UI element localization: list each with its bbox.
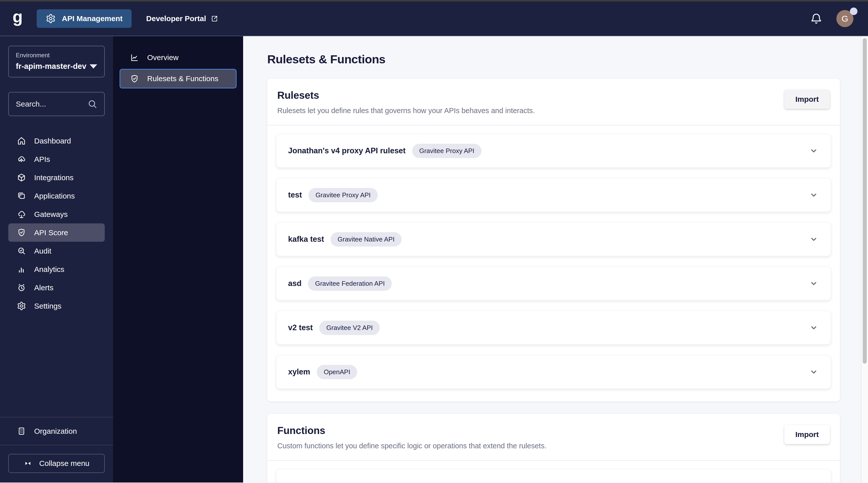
chevron-down-icon[interactable]	[808, 367, 819, 377]
ruleset-row[interactable]: test Gravitee Proxy API	[276, 178, 831, 212]
sidebar-item-label: Settings	[34, 302, 61, 310]
sidebar-item-label: API Score	[34, 229, 68, 237]
search-icon	[87, 99, 98, 109]
environment-selector[interactable]: Environment fr-apim-master-dev	[8, 46, 105, 78]
notifications-bell-icon[interactable]	[810, 12, 822, 25]
sidebar-item-label: APIs	[34, 155, 50, 163]
presence-dot	[850, 7, 858, 15]
sidebar-divider	[0, 445, 113, 445]
page-title: Rulesets & Functions	[267, 52, 840, 66]
ruleset-name: v2 test	[288, 323, 313, 332]
sidebar-item-dashboard[interactable]: Dashboard	[8, 132, 105, 150]
ruleset-type-badge: Gravitee Proxy API	[412, 144, 482, 158]
function-name: planOtherThanKeyless.js	[288, 482, 381, 483]
functions-card-header: Functions Custom functions let you defin…	[267, 414, 840, 461]
environment-value: fr-apim-master-dev	[16, 62, 86, 71]
chevron-down-icon[interactable]	[808, 146, 819, 156]
app-switcher-label: API Management	[62, 14, 123, 23]
ruleset-name: asd	[288, 279, 301, 288]
ruleset-name: kafka test	[288, 235, 324, 244]
chevron-down-icon[interactable]	[808, 278, 819, 289]
collapse-menu-label: Collapse menu	[39, 459, 89, 468]
ruleset-type-badge: Gravitee Federation API	[308, 276, 392, 291]
search-input[interactable]	[15, 99, 83, 109]
gravitee-logo[interactable]: g	[12, 8, 23, 25]
alarm-icon	[17, 283, 26, 292]
gear-icon	[46, 13, 56, 24]
cloud-gear-icon	[17, 155, 26, 164]
ruleset-name: xylem	[288, 367, 310, 376]
primary-sidebar: Environment fr-apim-master-dev Dashboard…	[0, 36, 113, 483]
topbar-right: G	[810, 10, 858, 27]
subnav-item-overview[interactable]: Overview	[120, 48, 237, 67]
sidebar-item-label: Audit	[34, 247, 51, 255]
sidebar-item-label: Applications	[34, 192, 75, 200]
ruleset-row[interactable]: v2 test Gravitee V2 API	[276, 311, 831, 344]
bar-chart-icon	[17, 265, 26, 274]
functions-import-button[interactable]: Import	[784, 425, 830, 444]
avatar-initial: G	[842, 14, 848, 24]
chevron-down-icon[interactable]	[808, 190, 819, 200]
sidebar-item-label: Gateways	[34, 210, 68, 219]
caret-down-icon	[90, 64, 97, 69]
sidebar-item-organization[interactable]: Organization	[0, 417, 113, 445]
rulesets-import-button[interactable]: Import	[784, 90, 830, 109]
secondary-sidebar: Overview Rulesets & Functions	[113, 36, 243, 483]
sidebar-item-label: Dashboard	[34, 137, 71, 145]
sidebar-item-audit[interactable]: Audit	[8, 242, 105, 260]
main-content: Rulesets & Functions Rulesets Rulesets l…	[243, 36, 861, 483]
ruleset-row[interactable]: asd Gravitee Federation API	[276, 267, 831, 300]
sidebar-item-applications[interactable]: Applications	[8, 187, 105, 205]
collapse-menu-button[interactable]: Collapse menu	[8, 454, 105, 473]
user-avatar[interactable]: G	[836, 10, 854, 27]
sidebar-item-apis[interactable]: APIs	[8, 150, 105, 169]
sidebar-item-analytics[interactable]: Analytics	[8, 260, 105, 278]
subnav-item-rulesets-functions[interactable]: Rulesets & Functions	[120, 69, 237, 88]
chevron-down-icon[interactable]	[808, 234, 819, 244]
ruleset-type-badge: Gravitee Proxy API	[308, 188, 378, 202]
cube-icon	[17, 173, 26, 182]
functions-card: Functions Custom functions let you defin…	[267, 414, 840, 483]
sidebar-item-label: Integrations	[34, 173, 73, 182]
functions-title: Functions	[277, 425, 547, 436]
rulesets-card-header: Rulesets Rulesets let you define rules t…	[267, 79, 840, 125]
developer-portal-label: Developer Portal	[146, 14, 206, 23]
ruleset-row[interactable]: kafka test Gravitee Native API	[276, 222, 831, 256]
sidebar-item-integrations[interactable]: Integrations	[8, 169, 105, 187]
applications-icon	[17, 191, 26, 201]
shield-check-icon	[130, 74, 139, 84]
functions-description: Custom functions let you define specific…	[277, 442, 547, 450]
rulesets-card: Rulesets Rulesets let you define rules t…	[267, 79, 840, 401]
shield-check-icon	[17, 228, 26, 237]
environment-label: Environment	[16, 52, 97, 59]
ruleset-type-badge: OpenAPI	[317, 365, 358, 379]
organization-icon	[17, 426, 26, 436]
sidebar-item-gateways[interactable]: Gateways	[8, 205, 105, 223]
subnav-item-label: Rulesets & Functions	[147, 74, 218, 83]
rulesets-title: Rulesets	[277, 90, 535, 101]
line-chart-icon	[130, 53, 139, 62]
sidebar-item-settings[interactable]: Settings	[8, 297, 105, 315]
sidebar-item-api-score[interactable]: API Score	[8, 223, 105, 242]
function-row[interactable]: planOtherThanKeyless.js	[276, 469, 831, 483]
external-link-icon	[211, 14, 218, 23]
cloud-node-icon	[17, 210, 26, 219]
chevron-down-icon[interactable]	[808, 323, 819, 333]
subnav-item-label: Overview	[147, 53, 179, 62]
ruleset-type-badge: Gravitee V2 API	[319, 321, 380, 335]
search-check-icon	[17, 246, 26, 255]
topbar: g API Management Developer Portal G	[0, 1, 868, 36]
collapse-icon	[24, 459, 32, 468]
home-icon	[17, 136, 26, 146]
sidebar-search	[8, 92, 105, 116]
scrollbar-track[interactable]	[861, 36, 868, 483]
chevron-down-icon[interactable]	[808, 481, 819, 483]
developer-portal-link[interactable]: Developer Portal	[146, 14, 218, 23]
scrollbar-thumb[interactable]	[863, 38, 867, 364]
ruleset-name: test	[288, 190, 302, 200]
sidebar-item-label: Alerts	[34, 283, 54, 292]
app-switcher-button[interactable]: API Management	[37, 9, 132, 28]
ruleset-row[interactable]: Jonathan's v4 proxy API ruleset Gravitee…	[276, 134, 831, 168]
sidebar-item-alerts[interactable]: Alerts	[8, 278, 105, 297]
ruleset-row[interactable]: xylem OpenAPI	[276, 355, 831, 389]
